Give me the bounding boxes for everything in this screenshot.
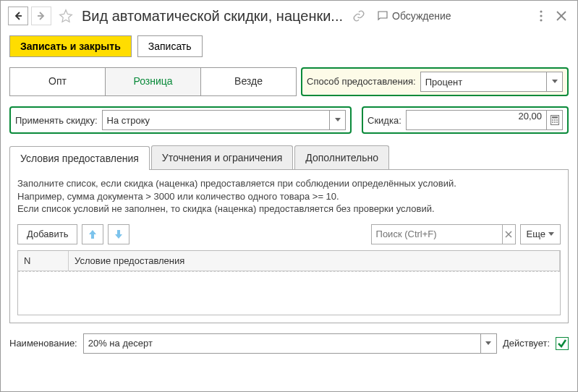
star-icon	[59, 9, 73, 23]
discount-input[interactable]: 20,00	[406, 110, 547, 130]
column-header-n[interactable]: N	[18, 251, 69, 270]
svg-point-9	[552, 119, 553, 121]
column-header-condition[interactable]: Условие предоставления	[69, 251, 560, 270]
segment-everywhere[interactable]: Везде	[201, 68, 296, 95]
provision-label: Способ предоставления:	[307, 76, 416, 88]
more-button[interactable]: Еще	[520, 224, 561, 244]
segment-retail[interactable]: Розница	[106, 68, 201, 95]
apply-select[interactable]: На строку	[102, 110, 346, 130]
name-dropdown[interactable]	[480, 334, 496, 353]
name-label: Наименование:	[9, 338, 77, 349]
svg-point-10	[554, 119, 556, 121]
svg-point-14	[556, 122, 558, 123]
conditions-grid: N Условие предоставления	[17, 250, 561, 315]
provision-select[interactable]: Процент	[420, 72, 563, 92]
save-button[interactable]: Записать	[137, 35, 203, 57]
calculator-icon	[551, 115, 559, 125]
apply-discount-box: Применять скидку: На строку	[9, 106, 352, 134]
apply-label: Применять скидку:	[15, 115, 98, 126]
move-up-button[interactable]	[82, 224, 103, 244]
svg-point-3	[540, 14, 542, 17]
provision-dropdown[interactable]	[546, 72, 562, 91]
provision-value: Процент	[421, 77, 546, 88]
active-checkbox[interactable]	[556, 337, 569, 350]
svg-point-11	[556, 119, 558, 121]
chevron-down-icon	[335, 118, 341, 122]
chevron-down-icon	[552, 80, 558, 84]
svg-point-13	[554, 122, 556, 123]
window-title: Вид автоматической скидки, наценки...	[82, 8, 343, 25]
search-input[interactable]	[372, 225, 502, 244]
discount-label: Скидка:	[367, 115, 401, 126]
provision-method-box: Способ предоставления: Процент	[301, 67, 569, 96]
svg-point-12	[552, 122, 553, 123]
discussion-label: Обсуждение	[392, 10, 451, 22]
active-label: Действует:	[503, 338, 550, 349]
segment-opt[interactable]: Опт	[10, 68, 106, 95]
apply-value: На строку	[103, 115, 329, 126]
save-close-button[interactable]: Записать и закрыть	[9, 35, 132, 57]
chat-icon	[376, 9, 389, 22]
chevron-down-icon	[548, 232, 554, 237]
nav-back-button[interactable]	[8, 7, 28, 25]
arrow-left-icon	[14, 12, 22, 20]
search-clear-button[interactable]	[502, 225, 515, 244]
x-icon	[505, 231, 512, 238]
svg-point-4	[540, 19, 542, 21]
search-box	[371, 224, 516, 244]
check-icon	[557, 338, 567, 349]
nav-forward-button[interactable]	[31, 7, 51, 25]
grid-body[interactable]	[18, 271, 560, 312]
arrow-down-icon	[114, 229, 123, 239]
more-label: Еще	[527, 229, 545, 239]
svg-point-2	[540, 10, 542, 12]
tab-refinements[interactable]: Уточнения и ограничения	[151, 145, 293, 169]
chevron-down-icon	[485, 341, 491, 346]
kebab-button[interactable]	[532, 7, 550, 25]
tab-conditions[interactable]: Условия предоставления	[9, 146, 150, 170]
name-value: 20% на десерт	[84, 338, 480, 349]
favorite-button[interactable]	[57, 7, 75, 25]
scope-segmented: Опт Розница Везде	[9, 67, 297, 96]
add-button[interactable]: Добавить	[17, 224, 77, 244]
move-down-button[interactable]	[108, 224, 129, 244]
apply-dropdown[interactable]	[329, 111, 345, 129]
calculator-button[interactable]	[547, 110, 563, 130]
arrow-right-icon	[37, 12, 46, 20]
discount-box: Скидка: 20,00	[362, 106, 569, 134]
conditions-hint: Заполните список, если скидка (наценка) …	[17, 177, 561, 216]
kebab-icon	[540, 10, 543, 22]
close-button[interactable]	[553, 7, 570, 25]
name-select[interactable]: 20% на десерт	[83, 333, 497, 354]
arrow-up-icon	[88, 229, 97, 239]
svg-rect-8	[552, 116, 558, 119]
discussion-button[interactable]: Обсуждение	[376, 9, 451, 22]
tab-additional[interactable]: Дополнительно	[294, 145, 389, 169]
close-icon	[556, 11, 566, 21]
link-button[interactable]	[350, 7, 367, 25]
link-icon	[352, 9, 365, 22]
